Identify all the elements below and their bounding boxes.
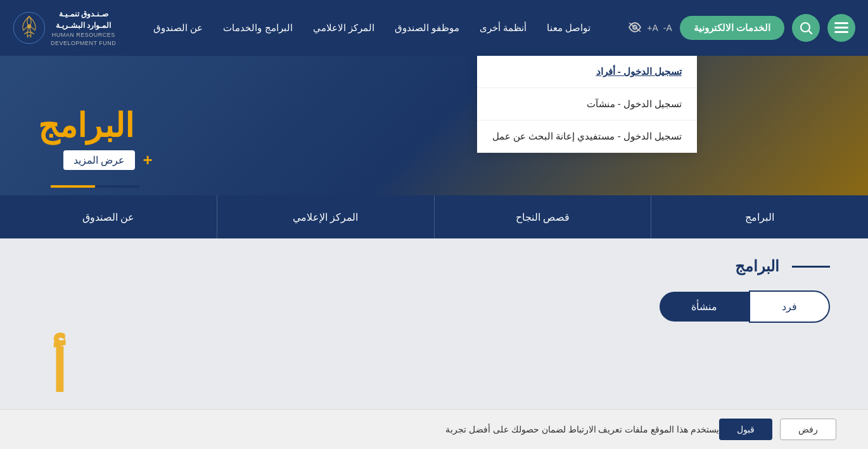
cookie-reject-button[interactable]: رفض [780, 419, 836, 440]
svg-point-8 [27, 24, 32, 29]
nav-employees[interactable]: موظفو الصندوق [395, 22, 459, 34]
services-dropdown: تسجيل الدخول - أفراد تسجيل الدخول - منشآ… [477, 56, 697, 153]
cookie-text: يستخدم هذا الموقع ملفات تعريف الارتباط ل… [19, 424, 719, 434]
cookie-actions: رفض قبول [719, 419, 836, 440]
hrdf-arabic-name-2: المـوارد البشـريـة [51, 20, 116, 31]
font-decrease[interactable]: A- [663, 23, 672, 33]
hrdf-arabic-name-1: صـنـدوق تنمـيـة [51, 8, 116, 20]
search-button[interactable] [792, 14, 820, 42]
nav-other[interactable]: أنظمة أخرى [480, 22, 527, 34]
main-nav: تواصل معنا أنظمة أخرى موظفو الصندوق المر… [153, 22, 590, 34]
hero-section: البرامج + عرض المزيد [0, 56, 868, 195]
font-controls: A- A+ [628, 22, 672, 34]
font-increase[interactable]: A+ [647, 23, 658, 33]
bottom-nav-programs[interactable]: البرامج [651, 195, 868, 238]
header-right: الخدمات الالكترونية A- A+ [628, 14, 855, 42]
hero-divider [51, 185, 139, 188]
menu-button[interactable] [827, 14, 855, 42]
hero-title: البرامج [38, 107, 134, 145]
nav-programs[interactable]: البرامج والخدمات [223, 22, 292, 34]
svg-line-4 [809, 31, 812, 34]
section-title: البرامج [735, 257, 779, 275]
accessibility-icon[interactable] [628, 22, 642, 34]
svg-rect-0 [834, 22, 848, 24]
nav-media[interactable]: المركز الاعلامي [313, 22, 374, 34]
programs-tabs: فرد منشأة [38, 290, 830, 323]
dropdown-item-individuals[interactable]: تسجيل الدخول - أفراد [477, 56, 697, 88]
programs-section: البرامج فرد منشأة أ [0, 238, 868, 412]
tab-individual[interactable]: فرد [749, 290, 830, 323]
hero-content: البرامج [38, 107, 134, 145]
svg-rect-2 [834, 31, 848, 33]
nav-about[interactable]: عن الصندوق [153, 22, 203, 34]
nav-contact[interactable]: تواصل معنا [547, 22, 590, 34]
hrdf-emblem-icon [13, 11, 46, 44]
services-button[interactable]: الخدمات الالكترونية [680, 16, 784, 40]
dropdown-item-companies[interactable]: تسجيل الدخول - منشآت [477, 88, 697, 120]
tab-company[interactable]: منشأة [660, 292, 749, 322]
section-decoration: أ [38, 342, 830, 393]
bottom-nav-media[interactable]: المركز الإعلامي [217, 195, 434, 238]
cookie-consent-bar: رفض قبول يستخدم هذا الموقع ملفات تعريف ا… [0, 409, 868, 449]
show-more-label: عرض المزيد [63, 150, 135, 170]
hrdf-logo: صـنـدوق تنمـيـة المـوارد البشـريـة HUMAN… [13, 8, 116, 48]
dropdown-item-unemployment[interactable]: تسجيل الدخول - مستفيدي إعانة البحث عن عم… [477, 120, 697, 153]
bottom-nav: البرامج قصص النجاح المركز الإعلامي عن ال… [0, 195, 868, 238]
bottom-nav-success[interactable]: قصص النجاح [434, 195, 651, 238]
decorative-letter: أ [51, 339, 67, 405]
show-more-button[interactable]: + عرض المزيد [63, 150, 153, 170]
cookie-accept-button[interactable]: قبول [719, 419, 772, 440]
hrdf-text: صـنـدوق تنمـيـة المـوارد البشـريـة HUMAN… [51, 8, 116, 48]
hrdf-english-name: HUMAN RESOURCESDEVELOPMENT FUND [51, 31, 116, 48]
divider-orange [51, 185, 95, 188]
section-title-line [792, 266, 830, 268]
site-header: الخدمات الالكترونية A- A+ تواصل معنا أنظ… [0, 0, 868, 56]
section-header: البرامج [38, 257, 830, 275]
bottom-nav-about[interactable]: عن الصندوق [0, 195, 217, 238]
svg-rect-1 [834, 27, 848, 29]
plus-icon: + [143, 150, 152, 170]
divider-blue [95, 185, 139, 188]
